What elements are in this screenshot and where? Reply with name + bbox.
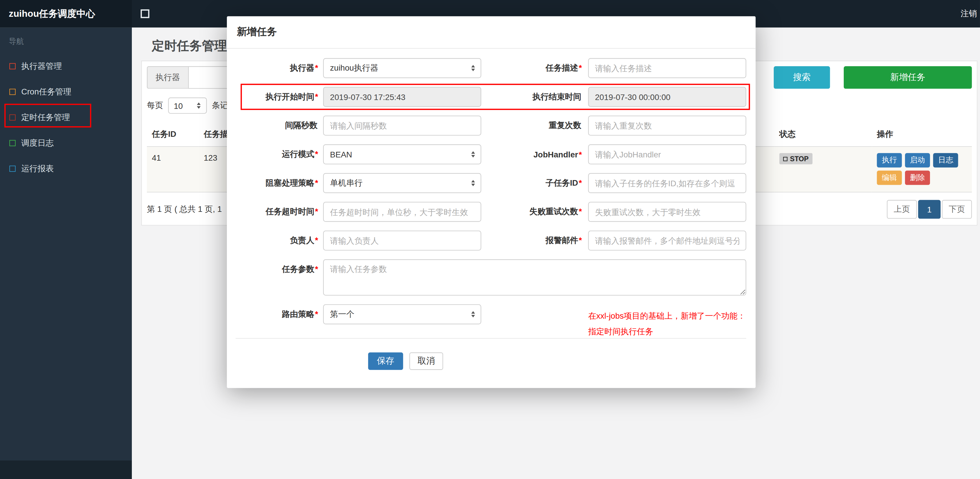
dispatch-log-icon — [10, 140, 16, 146]
run-report-icon — [10, 166, 16, 172]
status-badge: STOP — [779, 153, 812, 164]
edit-button[interactable]: 编辑 — [877, 171, 902, 185]
sidebar-item-label: 调度日志 — [21, 137, 54, 148]
interval-label: 间隔秒数 — [236, 120, 323, 131]
select-arrows-icon — [471, 151, 475, 158]
end-time-input[interactable] — [588, 87, 746, 107]
sidebar-item-label: 执行器管理 — [21, 60, 62, 72]
block-strategy-select[interactable]: 单机串行 — [323, 173, 481, 193]
save-button[interactable]: 保存 — [368, 352, 403, 370]
job-desc-input[interactable] — [588, 58, 746, 78]
alarm-email-label: 报警邮件* — [481, 235, 588, 246]
job-desc-label: 任务描述* — [481, 62, 588, 73]
repeat-count-input[interactable] — [588, 116, 746, 136]
add-task-button[interactable]: 新增任务 — [844, 66, 972, 89]
logout-link[interactable]: 注销 — [961, 8, 977, 19]
block-strategy-label: 阻塞处理策略* — [236, 177, 323, 189]
cron-task-icon — [10, 89, 16, 95]
form-row: 任务超时时间* 失败重试次数* — [236, 202, 746, 222]
form-row: 执行器* zuihou执行器 任务描述* — [236, 58, 746, 78]
select-arrows-icon — [197, 102, 201, 108]
scheduled-task-icon — [10, 114, 16, 120]
next-page-button[interactable]: 下页 — [942, 200, 972, 219]
modal-title: 新增任务 — [227, 16, 756, 49]
prev-page-button[interactable]: 上页 — [887, 200, 917, 219]
route-strategy-label: 路由策略* — [236, 309, 323, 320]
feature-note: 在xxl-jobs项目的基础上，新增了一个功能： 指定时间执行任务 — [588, 308, 766, 339]
sidebar-item-cron-task-management[interactable]: Cron任务管理 — [0, 79, 132, 105]
select-arrows-icon — [471, 180, 475, 186]
cell-status: STOP — [774, 146, 872, 192]
per-page-value: 10 — [173, 101, 183, 110]
timeout-input[interactable] — [323, 202, 481, 222]
cancel-button[interactable]: 取消 — [409, 352, 443, 370]
per-page-suffix: 条记 — [212, 100, 228, 111]
sidebar-item-label: Cron任务管理 — [21, 86, 71, 97]
run-mode-label: 运行模式* — [236, 149, 323, 160]
log-button[interactable]: 日志 — [933, 153, 958, 167]
sidebar-item-label: 定时任务管理 — [21, 111, 70, 123]
run-mode-select[interactable]: BEAN — [323, 145, 481, 164]
cell-task-id: 41 — [147, 146, 199, 192]
start-time-input[interactable] — [323, 87, 481, 107]
feature-note-line1: 在xxl-jobs项目的基础上，新增了一个功能： — [588, 308, 766, 324]
sidebar-item-run-report[interactable]: 运行报表 — [0, 156, 132, 181]
app-root: zuihou任务调度中心 注销 导航 执行器管理 Cron任务管理 定时任务管理… — [0, 0, 980, 479]
executor-select[interactable]: zuihou执行器 — [323, 58, 481, 78]
per-page-select[interactable]: 10 — [168, 97, 207, 114]
sidebar-item-scheduled-task-management[interactable]: 定时任务管理 — [0, 105, 132, 130]
executor-select-value: zuihou执行器 — [330, 62, 378, 73]
action-buttons: 执行 启动 日志 编辑 删除 — [877, 153, 964, 185]
status-text: STOP — [790, 155, 808, 162]
child-job-input[interactable] — [588, 173, 746, 193]
page-1-button[interactable]: 1 — [918, 200, 940, 219]
job-handler-input[interactable] — [588, 145, 746, 164]
interval-input[interactable] — [323, 116, 481, 136]
modal-footer: 保存 取消 — [227, 339, 756, 370]
owner-label: 负责人* — [236, 235, 323, 246]
add-task-modal: 新增任务 执行器* zuihou执行器 任务描述* 执行开始时间* 执行结束时间 — [227, 16, 756, 388]
select-arrows-icon — [471, 311, 475, 317]
select-arrows-icon — [471, 65, 475, 71]
sidebar-item-executor-management[interactable]: 执行器管理 — [0, 53, 132, 79]
retry-input[interactable] — [588, 202, 746, 222]
retry-label: 失败重试次数* — [481, 206, 588, 217]
col-header-status: 状态 — [774, 123, 872, 146]
executor-filter-addon: 执行器 — [147, 66, 188, 89]
alarm-email-input[interactable] — [588, 231, 746, 251]
form-row: 任务参数* — [236, 259, 746, 295]
end-time-label: 执行结束时间 — [481, 91, 588, 102]
sidebar-footer — [0, 460, 132, 479]
form-row: 负责人* 报警邮件* — [236, 231, 746, 251]
cell-actions: 执行 启动 日志 编辑 删除 — [872, 146, 972, 192]
sidebar-item-label: 运行报表 — [21, 163, 54, 174]
route-strategy-select[interactable]: 第一个 — [323, 304, 481, 324]
job-param-label: 任务参数* — [236, 259, 323, 275]
stop-square-icon — [783, 156, 788, 161]
brand-title: zuihou任务调度中心 — [0, 0, 132, 27]
delete-button[interactable]: 删除 — [905, 171, 930, 185]
repeat-count-label: 重复次数 — [481, 120, 588, 131]
block-strategy-select-value: 单机串行 — [330, 177, 362, 189]
executor-management-icon — [10, 63, 16, 69]
route-strategy-select-value: 第一个 — [330, 309, 354, 320]
search-button[interactable]: 搜索 — [774, 66, 830, 89]
run-button[interactable]: 执行 — [877, 153, 902, 167]
sidebar: 导航 执行器管理 Cron任务管理 定时任务管理 调度日志 运行报表 — [0, 27, 132, 479]
col-header-task-id: 任务ID — [147, 123, 199, 146]
executor-label: 执行器* — [236, 62, 323, 73]
owner-input[interactable] — [323, 231, 481, 251]
form-row: 执行开始时间* 执行结束时间 — [236, 87, 746, 107]
feature-note-line2: 指定时间执行任务 — [588, 324, 766, 339]
col-header-actions: 操作 — [872, 123, 972, 146]
sidebar-item-dispatch-log[interactable]: 调度日志 — [0, 130, 132, 156]
form-row: 阻塞处理策略* 单机串行 子任务ID* — [236, 173, 746, 193]
modal-body: 执行器* zuihou执行器 任务描述* 执行开始时间* 执行结束时间 间隔秒数 — [227, 49, 756, 325]
sidebar-collapse-icon[interactable] — [141, 10, 150, 18]
form-row: 间隔秒数 重复次数 — [236, 116, 746, 136]
start-button[interactable]: 启动 — [905, 153, 930, 167]
job-param-textarea[interactable] — [323, 259, 746, 295]
job-handler-label: JobHandler* — [481, 150, 588, 159]
pagination: 上页 1 下页 — [887, 200, 972, 219]
sidebar-section-label: 导航 — [9, 36, 132, 47]
